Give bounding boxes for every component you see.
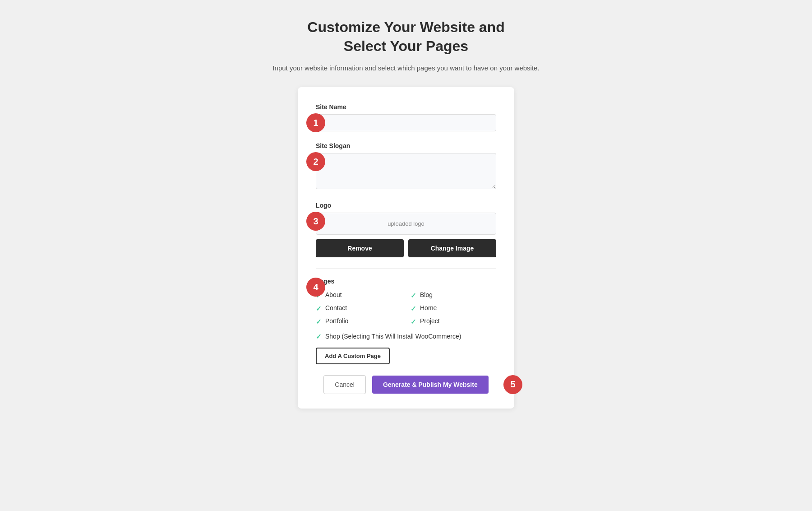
page-header: Customize Your Website and Select Your P…	[272, 18, 539, 74]
form-actions: Cancel Generate & Publish My Website 5	[316, 375, 496, 394]
page-subtitle: Input your website information and selec…	[272, 63, 539, 74]
check-icon: ✓	[316, 318, 322, 326]
page-project[interactable]: Project	[420, 317, 440, 325]
check-icon: ✓	[316, 305, 322, 313]
check-icon: ✓	[411, 305, 416, 313]
check-icon: ✓	[411, 318, 416, 326]
page-about[interactable]: About	[325, 291, 342, 298]
list-item: ✓ Project	[411, 317, 496, 326]
pages-grid: ✓ About ✓ Blog ✓ Contact ✓ Home ✓ Portfo…	[316, 291, 496, 326]
page-portfolio[interactable]: Portfolio	[325, 317, 348, 325]
remove-button[interactable]: Remove	[316, 239, 404, 257]
page-contact[interactable]: Contact	[325, 304, 347, 311]
site-slogan-label: Site Slogan	[316, 142, 496, 149]
step-3-badge: 3	[306, 212, 325, 231]
check-icon: ✓	[316, 333, 322, 341]
site-slogan-input[interactable]	[316, 153, 496, 189]
site-slogan-section: 2 Site Slogan	[316, 142, 496, 191]
logo-label: Logo	[316, 202, 496, 209]
page-home[interactable]: Home	[420, 304, 437, 311]
list-item: ✓ Shop (Selecting This Will Install WooC…	[316, 332, 496, 341]
step-1-badge: 1	[306, 113, 325, 132]
logo-preview: uploaded logo	[316, 213, 496, 235]
change-image-button[interactable]: Change Image	[408, 239, 496, 257]
site-name-input[interactable]	[316, 114, 496, 131]
site-name-label: Site Name	[316, 103, 496, 111]
add-custom-page-button[interactable]: Add A Custom Page	[316, 348, 390, 364]
list-item: ✓ Contact	[316, 304, 401, 313]
publish-button[interactable]: Generate & Publish My Website	[372, 376, 489, 394]
step-5-badge: 5	[503, 375, 522, 394]
step-4-badge: 4	[306, 278, 325, 297]
site-name-section: 1 Site Name	[316, 103, 496, 131]
page-title: Customize Your Website and Select Your P…	[272, 18, 539, 56]
list-item: ✓ Home	[411, 304, 496, 313]
cancel-button[interactable]: Cancel	[323, 375, 366, 394]
divider	[316, 268, 496, 269]
page-shop[interactable]: Shop (Selecting This Will Install WooCom…	[325, 332, 461, 341]
list-item: ✓ Portfolio	[316, 317, 401, 326]
form-card: 1 Site Name 2 Site Slogan 3 Logo uploade…	[298, 87, 514, 409]
step-2-badge: 2	[306, 152, 325, 171]
logo-preview-text: uploaded logo	[388, 220, 424, 227]
list-item: ✓ About	[316, 291, 401, 300]
pages-label: Pages	[316, 278, 496, 285]
page-blog[interactable]: Blog	[420, 291, 433, 298]
list-item: ✓ Blog	[411, 291, 496, 300]
logo-buttons: Remove Change Image	[316, 239, 496, 257]
check-icon: ✓	[411, 292, 416, 300]
logo-section: 3 Logo uploaded logo Remove Change Image	[316, 202, 496, 257]
pages-section: 4 Pages ✓ About ✓ Blog ✓ Contact ✓ Home	[316, 278, 496, 364]
